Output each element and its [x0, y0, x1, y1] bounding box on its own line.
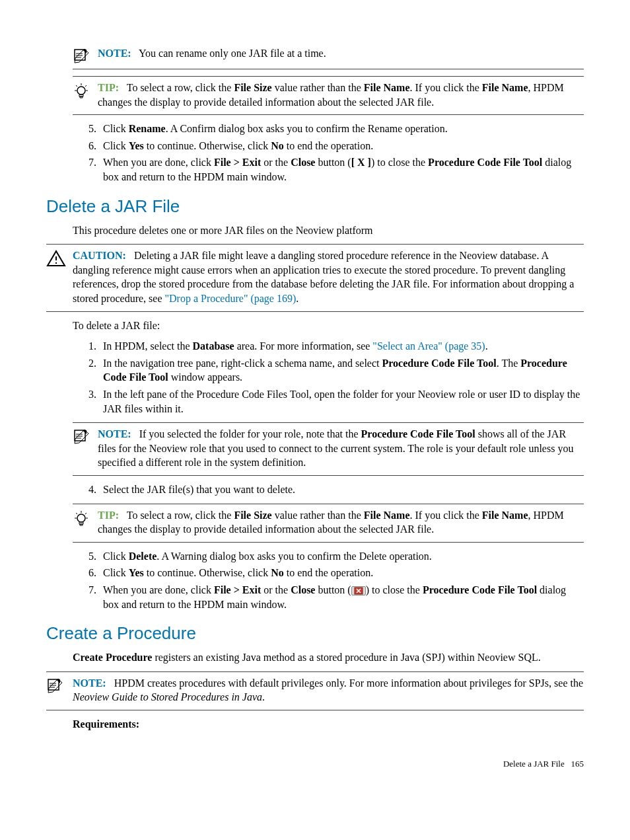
note-text: You can rename only one JAR file at a ti… [139, 48, 326, 59]
step-5: Click Rename. A Confirm dialog box asks … [99, 122, 584, 136]
tip-label: TIP: [98, 510, 119, 521]
step-d7: When you are done, click File > Exit or … [99, 583, 584, 611]
requirements-heading: Requirements: [73, 717, 584, 732]
step-6: Click Yes to continue. Otherwise, click … [99, 139, 584, 153]
link-select-area[interactable]: "Select an Area" (page 35) [372, 340, 485, 352]
step-7: When you are done, click File > Exit or … [99, 155, 584, 184]
link-drop-procedure[interactable]: "Drop a Procedure" (page 169) [165, 293, 297, 304]
footer-title: Delete a JAR File [503, 759, 565, 769]
note-block-2: NOTE: If you selected the folder for you… [73, 422, 584, 476]
para-create-procedure: Create Procedure registers an existing J… [73, 650, 584, 665]
steps-rename-continue: Click Rename. A Confirm dialog box asks … [73, 122, 584, 184]
note-block: NOTE: You can rename only one JAR file a… [73, 45, 584, 69]
svg-point-0 [77, 87, 85, 95]
steps-delete-4: Select the JAR file(s) that you want to … [73, 482, 584, 497]
close-icon [351, 586, 366, 595]
steps-delete-1-3: In HPDM, select the Database area. For m… [73, 339, 584, 416]
tip-block: TIP: To select a row, click the File Siz… [73, 76, 584, 115]
tip-body: TIP: To select a row, click the File Siz… [98, 508, 584, 537]
page-footer: Delete a JAR File 165 [46, 758, 584, 770]
heading-delete-jar: Delete a JAR File [46, 195, 584, 218]
step-b3: In the left pane of the Procedure Code F… [99, 387, 584, 416]
note-block-3: NOTE: HPDM creates procedures with defau… [46, 671, 584, 710]
footer-page: 165 [571, 759, 584, 769]
caution-icon [46, 248, 73, 305]
step-d6: Click Yes to continue. Otherwise, click … [99, 566, 584, 580]
note-icon [73, 427, 98, 470]
para-delete-intro: This procedure deletes one or more JAR f… [73, 223, 584, 238]
svg-point-1 [77, 514, 85, 522]
step-b2: In the navigation tree pane, right-click… [99, 356, 584, 385]
heading-create-procedure: Create a Procedure [46, 622, 584, 645]
steps-delete-5-7: Click Delete. A Warning dialog box asks … [73, 549, 584, 611]
note-label: NOTE: [73, 677, 106, 689]
note-icon [73, 46, 98, 63]
caution-body: CAUTION: Deleting a JAR file might leave… [73, 248, 584, 305]
tip-icon [73, 81, 98, 109]
note-body: NOTE: You can rename only one JAR file a… [98, 46, 584, 63]
caution-block: CAUTION: Deleting a JAR file might leave… [46, 244, 584, 311]
tip-label: TIP: [98, 82, 119, 93]
caution-label: CAUTION: [73, 250, 126, 261]
para-to-delete: To delete a JAR file: [73, 319, 584, 333]
note-label: NOTE: [98, 428, 131, 439]
tip-icon [73, 508, 98, 537]
note-body: NOTE: If you selected the folder for you… [98, 427, 584, 470]
note-label: NOTE: [98, 48, 131, 59]
step-b1: In HPDM, select the Database area. For m… [99, 339, 584, 354]
note-icon [46, 676, 73, 705]
note-body: NOTE: HPDM creates procedures with defau… [73, 676, 584, 705]
tip-body: TIP: To select a row, click the File Siz… [98, 81, 584, 109]
step-c4: Select the JAR file(s) that you want to … [99, 482, 584, 497]
tip-block-2: TIP: To select a row, click the File Siz… [73, 504, 584, 543]
step-d5: Click Delete. A Warning dialog box asks … [99, 549, 584, 564]
